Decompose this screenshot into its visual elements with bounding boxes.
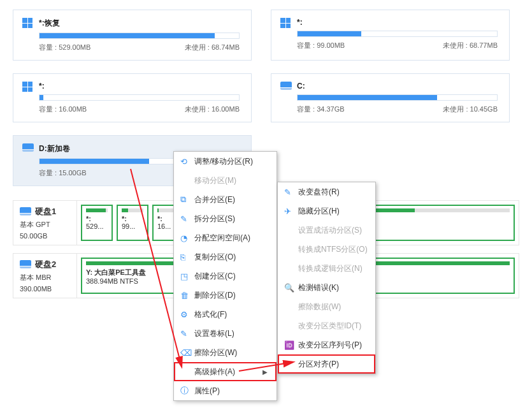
- menu-label: 隐藏分区(H): [298, 206, 366, 217]
- disk-icon: [20, 207, 31, 216]
- usage-bar: [297, 31, 498, 37]
- menu-item[interactable]: ✎设置卷标(L): [174, 324, 277, 343]
- partition-tile[interactable]: *:容量 : 99.00MB未使用 : 68.77MB: [271, 10, 510, 61]
- menu-item: 转换成逻辑分区(N): [278, 259, 375, 278]
- menu-item[interactable]: ⓘ属性(P): [174, 381, 277, 400]
- partition-cell[interactable]: *:529...: [81, 205, 113, 241]
- menu-label: 创建分区(C): [194, 271, 268, 282]
- menu-icon: ⓘ: [180, 385, 194, 397]
- menu-item[interactable]: ✎改变盘符(R): [278, 182, 375, 201]
- menu-icon: ✎: [284, 187, 298, 197]
- menu-item: 移动分区(M): [174, 171, 277, 190]
- menu-label: 改变分区序列号(P): [298, 340, 366, 351]
- menu-icon: ✎: [180, 329, 194, 339]
- menu-item[interactable]: ⧉合并分区(E): [174, 190, 277, 209]
- menu-icon: 🔍: [284, 283, 298, 293]
- menu-icon: ◳: [180, 272, 194, 281]
- menu-item[interactable]: ✎拆分分区(S): [174, 209, 277, 228]
- partition-tile[interactable]: *:容量 : 16.00MB未使用 : 16.00MB: [13, 73, 252, 122]
- menu-item[interactable]: ✈隐藏分区(H): [278, 201, 375, 221]
- menu-label: 拆分分区(S): [194, 214, 268, 224]
- menu-label: 转换成逻辑分区(N): [298, 263, 366, 274]
- menu-label: 删除分区(D): [194, 290, 268, 301]
- partition-title: *:: [39, 82, 240, 91]
- menu-icon: ⚙: [180, 310, 194, 319]
- free-label: 未使用 : 68.74MB: [185, 43, 240, 52]
- free-label: 未使用 : 10.45GB: [443, 105, 498, 114]
- menu-label: 设置卷标(L): [194, 328, 268, 339]
- partition-title: C:: [297, 82, 498, 91]
- usage-bar: [297, 94, 498, 101]
- disk-icon: [22, 143, 34, 152]
- menu-icon: ◔: [180, 233, 194, 243]
- menu-icon: ⌫: [180, 348, 194, 358]
- menu-item[interactable]: 🆔改变分区序列号(P): [278, 335, 375, 354]
- menu-label: 分配空闲空间(A): [194, 233, 268, 244]
- menu-label: 改变分区类型ID(T): [298, 321, 366, 331]
- menu-item[interactable]: 分区对齐(P): [278, 354, 375, 374]
- disk-name: 硬盘1: [35, 206, 56, 217]
- usage-bar: [39, 33, 240, 39]
- menu-item: 改变分区类型ID(T): [278, 316, 375, 335]
- partition-title: *:恢复: [39, 18, 240, 29]
- menu-label: 擦除数据(W): [298, 302, 366, 312]
- menu-item[interactable]: ⌫擦除分区(W): [174, 343, 277, 362]
- capacity-label: 容量 : 15.00GB: [39, 168, 87, 178]
- partition-cell[interactable]: *:99...: [117, 205, 148, 241]
- capacity-label: 容量 : 34.37GB: [297, 105, 345, 114]
- menu-label: 复制分区(O): [194, 252, 268, 263]
- menu-label: 调整/移动分区(R): [194, 156, 268, 167]
- menu-item: 设置成活动分区(S): [278, 221, 375, 240]
- menu-label: 移动分区(M): [194, 175, 268, 186]
- disk-icon: [20, 260, 31, 269]
- partition-tile[interactable]: C:容量 : 34.37GB未使用 : 10.45GB: [271, 73, 510, 122]
- partition-tile[interactable]: *:恢复容量 : 529.00MB未使用 : 68.74MB: [13, 10, 252, 61]
- menu-label: 分区对齐(P): [298, 359, 366, 370]
- menu-item: 擦除数据(W): [278, 297, 375, 316]
- partition-label: *:: [86, 215, 108, 222]
- menu-item[interactable]: ◔分配空闲空间(A): [174, 228, 277, 247]
- disk-header: 硬盘2基本 MBR390.00MB: [13, 254, 77, 298]
- menu-label: 改变盘符(R): [298, 187, 366, 198]
- menu-item[interactable]: 高级操作(A)▶: [174, 362, 277, 381]
- menu-icon: 🆔: [284, 340, 298, 350]
- disk-name: 硬盘2: [35, 259, 56, 270]
- menu-item: 转换成NTFS分区(O): [278, 240, 375, 259]
- menu-item[interactable]: 🔍检测错误(K): [278, 278, 375, 297]
- menu-item[interactable]: ⟲调整/移动分区(R): [174, 152, 277, 171]
- chevron-right-icon: ▶: [262, 368, 268, 375]
- disk-header: 硬盘1基本 GPT50.00GB: [13, 201, 77, 245]
- menu-label: 设置成活动分区(S): [298, 225, 366, 236]
- menu-icon: ✈: [284, 207, 298, 216]
- capacity-label: 容量 : 16.00MB: [39, 105, 87, 114]
- menu-label: 格式化(F): [194, 309, 268, 320]
- capacity-label: 容量 : 529.00MB: [39, 43, 90, 52]
- free-label: 未使用 : 16.00MB: [185, 105, 240, 114]
- disk-size: 50.00GB: [20, 232, 70, 240]
- partition-sub: 99...: [122, 222, 143, 230]
- disk-type: 基本 GPT: [20, 220, 70, 229]
- disk-type: 基本 MBR: [20, 273, 70, 282]
- menu-icon: ⧉: [180, 194, 194, 205]
- menu-item[interactable]: 🗑删除分区(D): [174, 286, 277, 305]
- windows-icon: [22, 82, 32, 92]
- partition-label: *:: [122, 215, 143, 222]
- menu-item[interactable]: ◳创建分区(C): [174, 266, 277, 286]
- partition-sub: 529...: [86, 222, 108, 230]
- menu-label: 擦除分区(W): [194, 347, 268, 358]
- menu-label: 转换成NTFS分区(O): [298, 244, 368, 255]
- disk-icon: [280, 82, 292, 91]
- menu-item[interactable]: ⎘复制分区(O): [174, 247, 277, 266]
- menu-label: 检测错误(K): [298, 282, 366, 293]
- menu-icon: ⎘: [180, 252, 194, 262]
- windows-icon: [280, 18, 291, 28]
- menu-label: 属性(P): [194, 386, 268, 397]
- menu-icon: ⟲: [180, 157, 194, 166]
- capacity-label: 容量 : 99.00MB: [297, 41, 345, 50]
- menu-icon: ✎: [180, 214, 194, 224]
- free-label: 未使用 : 68.77MB: [443, 41, 498, 50]
- partition-title: *:: [297, 18, 498, 27]
- menu-item[interactable]: ⚙格式化(F): [174, 305, 277, 324]
- menu-label: 高级操作(A): [194, 367, 256, 377]
- disk-size: 390.00MB: [20, 285, 70, 293]
